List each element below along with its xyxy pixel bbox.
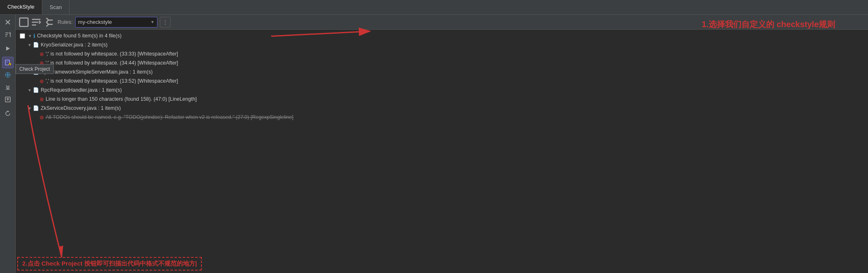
left-toolbar: Check Project ! bbox=[0, 15, 16, 273]
root-expand[interactable]: ▼ bbox=[27, 34, 33, 38]
tab-scan[interactable]: Scan bbox=[42, 0, 70, 14]
file-icon-0: 📄 bbox=[33, 42, 39, 48]
error-icon-0-1: ⊗ bbox=[39, 60, 44, 66]
file-row-2[interactable]: ▼ 📄 RpcRequestHandler.java : 1 item(s) bbox=[16, 86, 868, 95]
settings-button[interactable]: ⋮ bbox=[160, 17, 171, 28]
error-text-1-0: ',' is not followed by whitespace. (13:5… bbox=[46, 78, 178, 84]
info-icon: ℹ bbox=[33, 33, 35, 39]
root-text: Checkstyle found 5 item(s) in 4 file(s) bbox=[37, 33, 122, 39]
file-name-0: KryoSerializer.java : 2 item(s) bbox=[41, 42, 108, 48]
file-expand-2[interactable]: ▼ bbox=[26, 88, 33, 93]
svg-marker-6 bbox=[6, 46, 10, 51]
file-expand-1[interactable]: ▼ bbox=[26, 70, 33, 74]
error-row-0-1[interactable]: ⊗ ';' is not followed by whitespace. (34… bbox=[16, 58, 868, 67]
error-row-1-0[interactable]: ⊗ ',' is not followed by whitespace. (13… bbox=[16, 76, 868, 86]
file-icon-3: 📄 bbox=[33, 105, 39, 111]
tree-root-row[interactable]: ▼ ℹ Checkstyle found 5 item(s) in 4 file… bbox=[16, 31, 868, 40]
root-checkbox[interactable] bbox=[20, 33, 25, 39]
tree-panel[interactable]: ▼ ℹ Checkstyle found 5 item(s) in 4 file… bbox=[16, 30, 868, 273]
file-name-3: ZkServiceDiscovery.java : 1 item(s) bbox=[41, 105, 121, 111]
error-icon-3-0: ⊗ bbox=[39, 114, 44, 120]
file-name-2: RpcRequestHandler.java : 1 item(s) bbox=[41, 87, 122, 93]
file-name-1: RpcFrameworkSimpleServerMain.java : 1 it… bbox=[41, 69, 152, 75]
run-button[interactable] bbox=[2, 43, 14, 54]
scroll-end-button[interactable] bbox=[2, 81, 14, 93]
group-button[interactable] bbox=[31, 17, 41, 27]
expand-tree-button[interactable] bbox=[44, 17, 53, 27]
rules-value: my-checkstyle bbox=[78, 19, 112, 25]
settings-icon: ⋮ bbox=[162, 19, 168, 25]
dropdown-caret: ▼ bbox=[150, 20, 155, 24]
file-warning-button[interactable]: ! bbox=[2, 57, 14, 68]
error-row-2-0[interactable]: ⊗ Line is longer than 150 characters (fo… bbox=[16, 95, 868, 104]
error-row-0-0[interactable]: ⊗ ';' is not followed by whitespace. (33… bbox=[16, 49, 868, 58]
sort-button[interactable] bbox=[2, 29, 14, 40]
error-text-3-0: All TODOs should be named. e.g. "TODO(jo… bbox=[46, 114, 293, 120]
main-container: CheckStyle Scan Check Project bbox=[0, 0, 868, 273]
error-icon-0-0: ⊗ bbox=[39, 51, 44, 57]
file-icon-1: 📄 bbox=[33, 69, 39, 75]
tab-checkstyle[interactable]: CheckStyle bbox=[0, 0, 42, 14]
select-all-checkbox[interactable] bbox=[19, 17, 29, 27]
export-button[interactable] bbox=[2, 94, 14, 105]
file-row-1[interactable]: ▼ 📄 RpcFrameworkSimpleServerMain.java : … bbox=[16, 67, 868, 76]
error-row-3-0[interactable]: ⊗ All TODOs should be named. e.g. "TODO(… bbox=[16, 113, 868, 122]
rules-label: Rules: bbox=[58, 19, 73, 25]
file-row-0[interactable]: ▼ 📄 KryoSerializer.java : 2 item(s) bbox=[16, 40, 868, 49]
close-button[interactable] bbox=[2, 16, 14, 28]
tab-bar: CheckStyle Scan bbox=[0, 0, 868, 15]
file-expand-0[interactable]: ▼ bbox=[26, 43, 33, 47]
svg-text:!: ! bbox=[9, 64, 10, 66]
file-row-3[interactable]: ▼ 📄 ZkServiceDiscovery.java : 1 item(s) bbox=[16, 104, 868, 113]
rules-dropdown[interactable]: my-checkstyle ▼ bbox=[75, 17, 157, 28]
file-icon-2: 📄 bbox=[33, 87, 39, 93]
svg-rect-18 bbox=[20, 18, 28, 26]
main-panel: Rules: my-checkstyle ▼ ⋮ ▼ ℹ Checkstyle bbox=[16, 15, 868, 273]
error-icon-1-0: ⊗ bbox=[39, 78, 44, 84]
refresh-button[interactable] bbox=[2, 108, 14, 119]
error-text-0-0: ';' is not followed by whitespace. (33:3… bbox=[46, 51, 178, 57]
expand-all-button[interactable] bbox=[2, 69, 14, 81]
error-text-2-0: Line is longer than 150 characters (foun… bbox=[46, 96, 197, 102]
content-area: Check Project ! bbox=[0, 15, 868, 273]
file-expand-3[interactable]: ▼ bbox=[26, 106, 33, 111]
error-icon-2-0: ⊗ bbox=[39, 96, 44, 102]
toolbar-row: Rules: my-checkstyle ▼ ⋮ bbox=[16, 15, 868, 30]
error-text-0-1: ';' is not followed by whitespace. (34:4… bbox=[46, 60, 178, 66]
